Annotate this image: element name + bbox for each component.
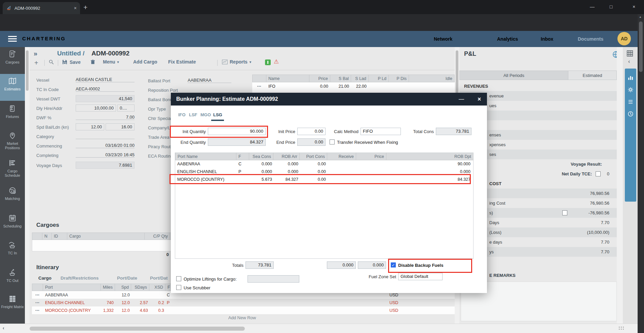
validation-ok-icon[interactable]	[265, 59, 271, 65]
addr-field[interactable]: 0....	[117, 105, 135, 112]
window-close-button[interactable]: ×	[626, 0, 642, 13]
bottom-scrollbar-thumb[interactable]	[30, 327, 245, 331]
hamburger-menu-icon[interactable]	[8, 36, 17, 42]
column-header[interactable]: XSD	[149, 284, 165, 291]
nav-network[interactable]: Network	[434, 36, 452, 42]
optimize-cargo-field[interactable]	[248, 275, 299, 283]
tc-in-code-field[interactable]: AECA-I0002	[76, 86, 135, 92]
sidebar-item-tc-in[interactable]: TC In	[0, 238, 25, 265]
grid-view-icon[interactable]	[626, 50, 634, 58]
pl-checkbox[interactable]	[562, 210, 567, 215]
browser-scrollbar[interactable]: ▲	[638, 14, 644, 333]
search-icon[interactable]	[48, 59, 54, 65]
column-header[interactable]: Spd	[115, 284, 131, 291]
modal-tab-lsf[interactable]: LSF	[189, 112, 197, 117]
modal-tab-mgo[interactable]: MGO	[200, 112, 211, 117]
reports-button[interactable]: Reports▾	[222, 59, 251, 65]
column-header[interactable]: Name	[266, 75, 309, 82]
row-menu-icon[interactable]: •••	[32, 301, 43, 304]
column-header[interactable]: Price	[356, 153, 386, 160]
modal-tab-lsg[interactable]: LSG	[213, 112, 222, 117]
itinerary-row[interactable]: ••• ENGLISH CHANNEL 740 12.0 2.57 0.2 P …	[32, 299, 455, 306]
init-price-field[interactable]: 0.00	[297, 128, 326, 135]
column-header[interactable]: ROB Dpt	[386, 153, 473, 160]
modal-tab-ifo[interactable]: IFO	[178, 112, 186, 117]
row-menu-icon[interactable]: •••	[32, 293, 43, 297]
calc-method-field[interactable]: FIFO	[361, 128, 401, 135]
column-header[interactable]: SDays	[131, 284, 149, 291]
ballast-port-field[interactable]: AABENRAA	[188, 78, 231, 83]
vessel-field[interactable]: AEGEAN CASTLE	[76, 77, 135, 82]
category-field[interactable]	[76, 133, 135, 139]
add-cargo-button[interactable]: Add Cargo	[133, 59, 157, 65]
sidebar-item-cargo-schedule[interactable]: Cargo Schedule	[0, 156, 25, 183]
port-row[interactable]: AABENRAA C 0.000 0.000 0.00 90.000	[175, 160, 473, 168]
column-header[interactable]: F	[236, 153, 249, 160]
browser-tab[interactable]: ADM-000992 ×	[3, 2, 80, 14]
column-header[interactable]: Port	[43, 284, 101, 291]
user-avatar[interactable]: AD	[617, 32, 631, 45]
column-header[interactable]: Cargo	[67, 233, 145, 240]
use-scrubber-checkbox[interactable]	[176, 285, 181, 290]
modal-close-icon[interactable]: ×	[478, 96, 481, 103]
fuel-zone-field[interactable]: Global Default	[398, 273, 443, 280]
completing-field[interactable]: 03/23/20 16:45	[76, 152, 135, 158]
window-maximize-button[interactable]: □	[603, 0, 619, 13]
commencing-field[interactable]: 03/16/20 01:00	[76, 143, 135, 148]
fix-estimate-button[interactable]: Fix Estimate	[168, 59, 196, 65]
chart-icon[interactable]	[628, 75, 634, 81]
transfer-received-checkbox[interactable]	[330, 139, 335, 144]
resize-grip[interactable]	[619, 327, 625, 331]
nav-analytics[interactable]: Analytics	[497, 36, 518, 42]
spd-bal-field[interactable]: 12.00	[76, 123, 104, 130]
row-menu-icon[interactable]: •••	[252, 85, 266, 88]
sidebar-item-market-positions[interactable]: Market Positions	[0, 128, 25, 155]
column-header[interactable]: S Lad	[351, 75, 369, 82]
column-header[interactable]: C/P Qty	[145, 233, 170, 240]
itinerary-row[interactable]: ••• MOROCCO (COUNTRY 1,332 12.0 4.63 0.3…	[32, 306, 455, 314]
gear-icon[interactable]	[628, 87, 634, 93]
tab-draft-restrictions[interactable]: Draft/Restrictions	[61, 276, 99, 281]
delete-trash-icon[interactable]	[90, 59, 96, 65]
sidebar-item-freight-matrix[interactable]: Freight Matrix	[0, 292, 25, 322]
column-header[interactable]: Price	[309, 75, 330, 82]
nav-documents[interactable]: Documents	[578, 36, 603, 42]
bottom-scrollbar[interactable]: ‹	[0, 324, 638, 333]
sidebar-item-estimates[interactable]: Estimates	[0, 74, 25, 101]
modal-title-bar[interactable]: Bunker Planning: Estimate ADM-000992 — ×	[171, 93, 487, 106]
dwf-field[interactable]: 7.00	[76, 115, 135, 120]
sidebar-item-cargoes[interactable]: Cargoes	[0, 47, 25, 73]
column-header[interactable]: Idle	[409, 75, 455, 82]
browser-scrollbar-thumb[interactable]	[639, 22, 643, 72]
column-header[interactable]: P Ld	[369, 75, 389, 82]
sidebar-item-matching[interactable]: Matching	[0, 183, 25, 210]
column-header[interactable]: ROB Arr	[273, 153, 300, 160]
main-left-scrollbar[interactable]	[25, 47, 30, 324]
tab-cargo[interactable]: Cargo	[38, 276, 51, 281]
add-new-row-button[interactable]: Add New Row	[30, 315, 455, 320]
column-header[interactable]: Port Name	[175, 153, 236, 160]
pl-period-header[interactable]: All Periods	[459, 71, 568, 80]
column-header[interactable]: N	[42, 233, 52, 240]
scroll-up-icon[interactable]: ▲	[639, 15, 642, 18]
column-header[interactable]: Miles	[101, 284, 115, 291]
breadcrumb-untitled[interactable]: Untitled /	[57, 50, 84, 57]
collapse-rail-icon[interactable]: ‹	[628, 58, 630, 65]
pl-scrollbar[interactable]: ▲ ▼	[617, 47, 623, 324]
tab-close-icon[interactable]: ×	[74, 5, 77, 11]
estimate-warning-icon[interactable]: ⚠	[274, 58, 279, 65]
sidebar-item-tc-out[interactable]: TC Out	[0, 265, 25, 292]
column-header[interactable]: Port Cons	[300, 153, 327, 160]
sidebar-item-fixtures[interactable]: Fixtures	[0, 101, 25, 128]
scroll-left-icon[interactable]: ‹	[3, 325, 4, 331]
add-button[interactable]: +	[34, 59, 38, 67]
menu-button[interactable]: Menu▾	[103, 59, 119, 65]
column-header[interactable]: Sea Cons	[249, 153, 273, 160]
modal-minimize-icon[interactable]: —	[459, 96, 464, 102]
dly-hire-field[interactable]: 10,000.00	[76, 105, 116, 112]
window-minimize-button[interactable]: —	[584, 0, 600, 13]
tab-port-day[interactable]: Port/Dat	[150, 276, 168, 281]
list-icon[interactable]	[628, 99, 634, 105]
nav-inbox[interactable]: Inbox	[541, 36, 553, 42]
sidebar-item-scheduling[interactable]: Scheduling	[0, 211, 25, 237]
